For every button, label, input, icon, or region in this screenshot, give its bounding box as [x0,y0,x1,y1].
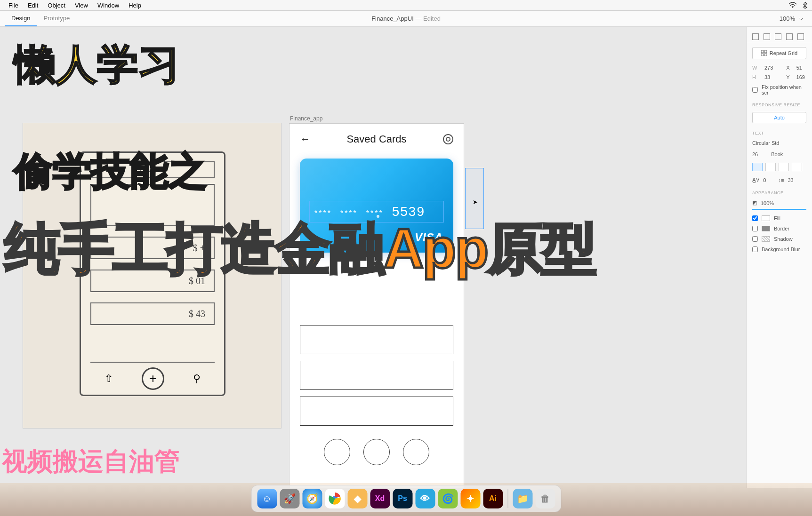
dock: ☺ 🚀 🧭 ◆ Xd Ps 👁 🌀 ✦ Ai 📁 🗑 [251,485,561,512]
menu-bar: File Edit Object View Window Help [0,0,812,11]
menu-view[interactable]: View [70,2,93,9]
artboard[interactable]: ← Saved Cards **** **** **** 5539 VISA [289,123,464,488]
text-section-label: TEXT [747,126,812,137]
preview-icon[interactable]: 👁 [415,489,435,508]
svg-rect-1 [761,50,764,53]
placeholder-rect-1[interactable] [300,325,453,354]
fill-label: Fill [774,215,780,221]
height-value[interactable]: 33 [764,74,770,80]
menu-window[interactable]: Window [93,2,124,9]
app-icon-2[interactable]: ✦ [460,489,480,508]
overlay-caption: 视频搬运自油管 [2,445,180,479]
line-spacing-value[interactable]: 33 [788,177,793,183]
svg-point-0 [792,7,793,8]
photoshop-icon[interactable]: Ps [393,489,412,508]
wifi-icon[interactable] [788,2,797,8]
bluetooth-icon[interactable] [803,1,807,9]
placeholder-circle-2[interactable] [363,439,390,465]
text-align-left-button[interactable] [752,163,763,171]
shadow-swatch[interactable] [762,236,770,242]
placeholder-rect-3[interactable] [300,397,453,426]
sketch-icon[interactable]: ◆ [347,489,367,508]
cursor-icon: ➤ [473,198,478,206]
responsive-auto-button[interactable]: Auto [752,112,806,123]
align-top-icon[interactable] [786,33,793,40]
y-value[interactable]: 169 [796,74,805,80]
bgblur-checkbox[interactable] [752,246,758,252]
responsive-label: RESPONSIVE RESIZE [747,98,812,109]
artboard-label[interactable]: Finance_app [290,115,322,122]
inspector-panel: Repeat Grid W273X51 H33Y169 Fix position… [746,27,812,488]
fill-checkbox[interactable] [752,215,758,221]
fix-position-label: Fix position when scr [762,84,806,95]
overlay-title-3: 纯手工打造金融App原型 [5,212,595,287]
launchpad-icon[interactable]: 🚀 [280,489,299,508]
text-align-justify-button[interactable] [792,163,802,171]
menu-object[interactable]: Object [43,2,70,9]
char-spacing-value[interactable]: 0 [763,177,766,183]
document-title: Finance_AppUI — Edited [371,15,441,22]
opacity-value[interactable]: 100% [761,200,774,206]
align-tools [747,31,812,43]
shadow-checkbox[interactable] [752,236,758,242]
text-align-right-button[interactable] [779,163,789,171]
font-family[interactable]: Circular Std [747,137,812,149]
back-arrow-icon[interactable]: ← [300,133,310,145]
svg-rect-2 [764,50,767,53]
repeat-grid-button[interactable]: Repeat Grid [752,47,806,59]
downloads-icon[interactable]: 📁 [513,489,532,508]
trash-icon[interactable]: 🗑 [535,489,555,508]
overlay-title-1: 懒人学习 [14,37,180,93]
tab-prototype[interactable]: Prototype [37,11,76,26]
bgblur-label: Background Blur [762,246,800,252]
menu-file[interactable]: File [4,2,23,9]
illustrator-icon[interactable]: Ai [483,489,503,508]
placeholder-circle-1[interactable] [324,439,350,465]
tabs-bar: Design Prototype Finance_AppUI — Edited … [0,11,812,27]
menu-help[interactable]: Help [124,2,146,9]
align-left-icon[interactable] [752,33,759,40]
border-checkbox[interactable] [752,226,758,231]
tab-design[interactable]: Design [5,11,37,26]
grid-icon [761,50,767,56]
fix-position-checkbox[interactable] [752,87,758,93]
chevron-down-icon [799,17,804,20]
text-align-center-button[interactable] [765,163,776,171]
fill-swatch[interactable] [762,215,770,221]
zoom-control[interactable]: 100% [780,15,804,22]
app-screen-title: Saved Cards [346,133,406,145]
opacity-slider[interactable] [752,209,806,210]
border-swatch[interactable] [762,226,770,231]
settings-gear-icon[interactable] [443,134,453,144]
placeholder-circle-3[interactable] [403,439,429,465]
align-center-icon[interactable] [764,33,770,40]
safari-icon[interactable]: 🧭 [302,489,322,508]
overlay-title-2: 偷学技能之 [14,146,207,198]
svg-rect-3 [761,54,764,56]
x-value[interactable]: 51 [796,65,802,71]
line-spacing-icon: ↕≡ [778,177,784,183]
svg-rect-4 [764,54,767,56]
dock-divider [507,489,508,508]
adobe-xd-icon[interactable]: Xd [370,489,390,508]
app-icon-1[interactable]: 🌀 [438,489,458,508]
opacity-icon: ◩ [752,200,757,206]
shadow-label: Shadow [774,236,793,242]
font-weight-value[interactable]: Book [771,151,783,157]
finder-icon[interactable]: ☺ [257,489,277,508]
menu-edit[interactable]: Edit [23,2,43,9]
appearance-label: APPEARANCE [747,186,812,197]
font-size-value[interactable]: 26 [752,151,758,157]
align-middle-icon[interactable] [797,33,804,40]
chrome-icon[interactable] [325,489,345,508]
width-value[interactable]: 273 [764,65,773,71]
char-spacing-icon: A̲V [752,177,759,183]
border-label: Border [774,226,789,231]
placeholder-rect-2[interactable] [300,361,453,390]
align-right-icon[interactable] [775,33,781,40]
